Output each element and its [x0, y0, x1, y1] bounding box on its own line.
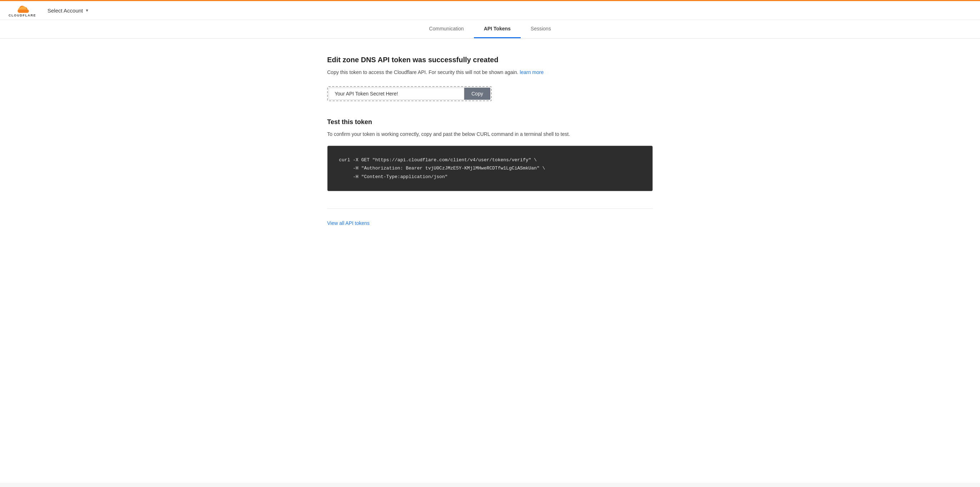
success-title: Edit zone DNS API token was successfully…	[327, 56, 653, 64]
nav-tabs: Communication API Tokens Sessions	[0, 20, 980, 38]
code-block[interactable]: curl -X GET "https://api.cloudflare.com/…	[328, 146, 652, 191]
tab-communication[interactable]: Communication	[419, 20, 474, 38]
curl-line-3: -H "Content-Type:application/json"	[339, 174, 447, 179]
token-field-wrapper: Copy	[327, 86, 492, 101]
cloudflare-cloud-icon	[14, 3, 31, 14]
success-desc-text: Copy this token to access the Cloudflare…	[327, 69, 518, 75]
page-wrapper: Edit zone DNS API token was successfully…	[0, 38, 980, 483]
code-block-wrapper: curl -X GET "https://api.cloudflare.com/…	[327, 145, 653, 191]
success-desc: Copy this token to access the Cloudflare…	[327, 68, 653, 76]
curl-line-2: -H "Authorization: Bearer tvjU0CzJMzE5Y-…	[339, 166, 545, 171]
select-account-button[interactable]: Select Account ▼	[48, 8, 89, 14]
select-account-label: Select Account	[48, 8, 83, 14]
top-bar: CLOUDFLARE Select Account ▼	[0, 0, 980, 20]
tab-api-tokens[interactable]: API Tokens	[474, 20, 521, 38]
copy-button[interactable]: Copy	[464, 88, 490, 100]
test-token-desc: To confirm your token is working correct…	[327, 130, 653, 138]
learn-more-link[interactable]: learn more	[520, 69, 544, 75]
test-token-title: Test this token	[327, 118, 653, 126]
content-area: Edit zone DNS API token was successfully…	[318, 38, 662, 255]
view-all-api-tokens-link[interactable]: View all API tokens	[327, 220, 370, 226]
curl-line-1: curl -X GET "https://api.cloudflare.com/…	[339, 157, 537, 163]
logo-area: CLOUDFLARE	[9, 3, 36, 17]
api-token-input[interactable]	[329, 88, 464, 100]
chevron-down-icon: ▼	[85, 8, 89, 13]
cloudflare-logo: CLOUDFLARE	[9, 3, 36, 17]
tab-sessions[interactable]: Sessions	[521, 20, 561, 38]
section-divider	[327, 208, 653, 209]
logo-wordmark: CLOUDFLARE	[9, 14, 36, 17]
